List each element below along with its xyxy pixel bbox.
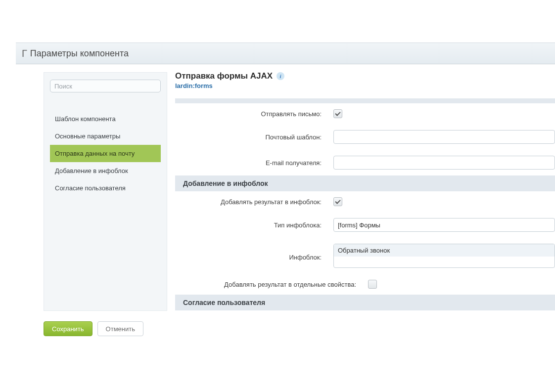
row-email-to: E-mail получателя: [175,150,555,175]
footer-buttons: Сохранить Отменить [44,321,143,336]
row-add-props: Добавлять результат в отдельные свойства… [175,274,555,295]
nav-iblock-add[interactable]: Добавление в инфоблок [50,162,161,179]
label-email-to: E-mail получателя: [175,159,333,167]
row-iblock-type: Тип инфоблока: [175,212,555,238]
section-divider [175,98,555,103]
search-input[interactable] [50,80,161,92]
save-button[interactable]: Сохранить [44,321,92,336]
info-icon[interactable]: i [277,72,284,80]
section-iblock: Добавление в инфоблок [175,175,555,191]
component-code: lardin:forms [175,82,555,89]
nav-consent[interactable]: Согласие пользователя [50,179,161,197]
sidebar: Шаблон компонента Основные параметры Отп… [44,72,167,311]
label-send-email: Отправлять письмо: [175,110,333,118]
nav-list: Шаблон компонента Основные параметры Отп… [50,110,161,197]
input-email-to[interactable] [333,156,555,170]
component-title: Отправка формы AJAX [175,71,273,81]
iblock-option-selected[interactable]: Обратный звонок [334,244,555,257]
cancel-button[interactable]: Отменить [97,321,143,336]
row-send-email: Отправлять письмо: [175,103,555,124]
component-heading: Отправка формы AJAX i [175,71,555,81]
label-iblock-type: Тип инфоблока: [175,221,333,229]
nav-mail-send[interactable]: Отправка данных на почту [50,145,161,162]
row-iblock: Инфоблок: Обратный звонок [175,238,555,274]
checkbox-send-email[interactable] [333,109,342,118]
label-add-iblock: Добавлять результат в инфоблок: [175,198,333,206]
content-panel: Отправка формы AJAX i lardin:forms Отпра… [175,71,555,310]
select-iblock-type[interactable] [333,218,555,232]
checkbox-add-props[interactable] [368,280,377,289]
nav-template[interactable]: Шаблон компонента [50,110,161,128]
iblock-option-empty[interactable] [334,257,555,267]
label-add-props: Добавлять результат в отдельные свойства… [175,281,368,288]
section-consent: Согласие пользователя [175,295,555,310]
checkbox-add-iblock[interactable] [333,197,342,206]
row-mail-template: Почтовый шаблон: [175,124,555,150]
label-iblock: Инфоблок: [175,244,333,261]
dialog-header: Г Параметры компонента [16,43,555,64]
select-mail-template[interactable] [333,130,555,144]
multiselect-iblock[interactable]: Обратный звонок [333,244,555,268]
row-add-iblock: Добавлять результат в инфоблок: [175,191,555,212]
dialog-title: Параметры компонента [30,48,129,59]
nav-main-params[interactable]: Основные параметры [50,128,161,145]
peek-char: Г [22,48,27,59]
label-mail-template: Почтовый шаблон: [175,133,333,141]
